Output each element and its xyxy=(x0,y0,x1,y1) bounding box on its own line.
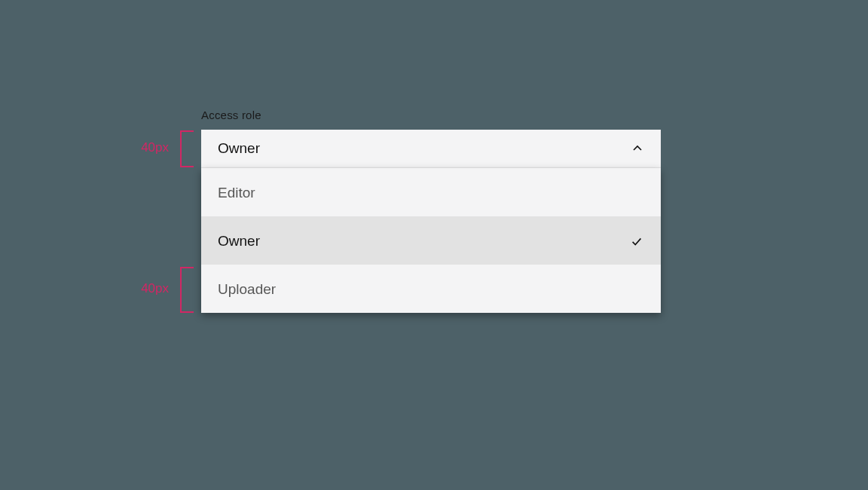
checkmark-icon xyxy=(629,234,644,249)
dropdown-option-editor[interactable]: Editor xyxy=(201,168,661,216)
spec-bracket-top xyxy=(180,130,194,167)
option-label: Editor xyxy=(218,185,255,201)
spec-label-top: 40px xyxy=(121,140,169,155)
field-label: Access role xyxy=(201,109,261,121)
dropdown-option-uploader[interactable]: Uploader xyxy=(201,265,661,313)
chevron-up-icon xyxy=(631,142,644,155)
dropdown-toggle[interactable]: Owner xyxy=(201,130,661,168)
option-label: Owner xyxy=(218,233,260,250)
access-role-dropdown: Owner Editor Owner Uploader xyxy=(201,130,661,313)
dropdown-menu: Editor Owner Uploader xyxy=(201,168,661,313)
dropdown-selected-value: Owner xyxy=(218,140,260,157)
spec-bracket-bottom xyxy=(180,267,194,313)
option-label: Uploader xyxy=(218,281,276,298)
spec-label-bottom: 40px xyxy=(121,281,169,296)
dropdown-option-owner[interactable]: Owner xyxy=(201,216,661,265)
